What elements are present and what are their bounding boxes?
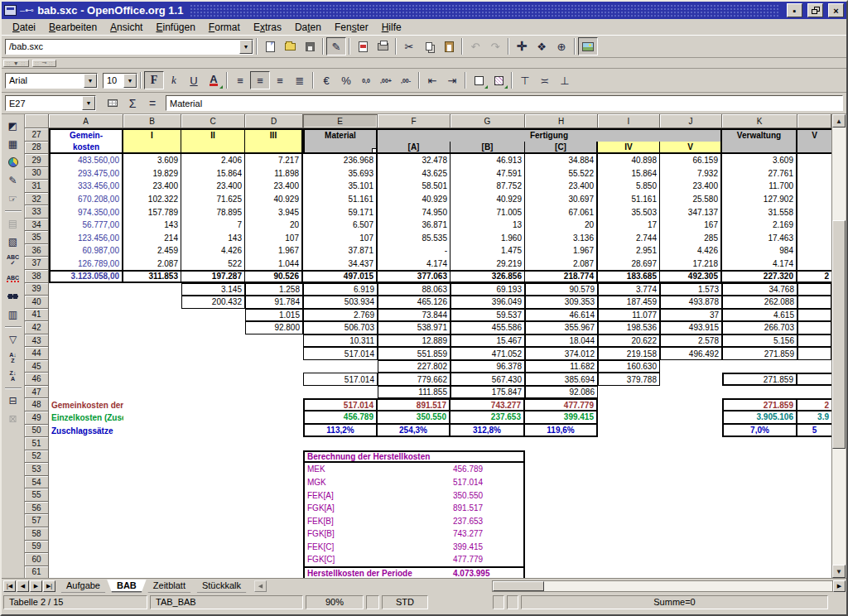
cell-G30[interactable]: 47.591 [450,167,525,180]
cell-J31[interactable]: 23.400 [660,180,722,193]
name-box-dropdown-icon[interactable]: ▼ [82,96,95,110]
align-right-icon[interactable]: ≡ [270,71,290,89]
cell-K30[interactable]: 27.761 [722,167,797,180]
cell-L39[interactable] [797,283,831,296]
insert-sheet-icon[interactable]: ▤ [3,214,23,233]
autospellcheck-icon[interactable]: ABC [3,269,23,287]
undo-icon[interactable]: ↶ [465,37,485,55]
cell-D35[interactable]: 107 [245,231,303,244]
cell-E37[interactable]: 34.437 [303,257,378,270]
cell-H28[interactable]: [C] [525,142,598,155]
cell-E57[interactable]: FEK[B] [303,514,450,527]
cell-K42[interactable]: 266.703 [722,321,797,334]
cell-F39[interactable]: 88.063 [378,283,450,296]
insert-cells-icon[interactable]: ▦ [3,135,23,153]
currency-icon[interactable]: € [316,71,336,89]
cell-G40[interactable]: 396.049 [450,296,525,309]
menu-format[interactable]: Format [202,20,247,35]
cell-E38[interactable]: 497.015 [303,270,378,283]
cell-B32[interactable]: 102.322 [123,193,181,206]
cell-G58[interactable]: 743.277 [450,527,525,541]
remove-decimal-icon[interactable]: ,00- [396,71,416,89]
cell-K50[interactable]: 7,0% [722,425,797,438]
bold-icon[interactable]: F [144,71,164,89]
cell-I42[interactable]: 198.536 [598,321,660,334]
cell-G36[interactable]: 1.475 [450,244,525,257]
cell-C34[interactable]: 7 [181,219,245,232]
cell-G38[interactable]: 326.856 [450,270,525,283]
cell-J40[interactable]: 493.878 [660,296,722,309]
cell-A49[interactable]: Einzelkosten (Zuschlagsbasis) [49,411,123,425]
cell-E53[interactable]: MEK [303,463,450,476]
horizontal-scroll-thumb[interactable] [493,581,544,591]
row-header-36[interactable]: 36 [25,244,49,257]
cell-E60[interactable]: FGK[C] [303,553,450,566]
cell-C31[interactable]: 23.400 [181,180,245,193]
cell-K48[interactable]: 271.859 [722,398,797,411]
align-left-icon[interactable]: ≡ [230,71,250,89]
cell-F33[interactable]: 74.950 [378,205,450,219]
cell-reference[interactable]: E27 [6,99,82,108]
navigator-icon[interactable]: ✛ [512,37,532,55]
cell-F50[interactable]: 254,3% [378,425,450,438]
background-color-icon[interactable] [489,71,508,89]
font-size-dropdown-icon[interactable]: ▼ [123,74,137,88]
menu-einfügen[interactable]: Einfügen [149,20,201,35]
cell-A50[interactable]: Zuschlagssätze [49,425,123,438]
previous-sheet-icon[interactable]: ◀ [17,580,29,592]
data-sources-icon[interactable]: ▥ [3,306,23,324]
cell-G59[interactable]: 399.415 [450,541,525,554]
cell-H41[interactable]: 46.614 [525,309,598,322]
cell-I45[interactable]: 160.630 [598,360,660,373]
standard-format-icon[interactable]: 0,0 [356,71,376,89]
title-bar[interactable]: ‒⊷ bab.sxc - OpenOffice.org 1.1 ▪ × [2,2,846,19]
menu-daten[interactable]: Daten [288,20,328,35]
horizontal-scrollbar[interactable]: ▶ [492,580,846,593]
insert-object-icon[interactable] [3,153,23,171]
cell-D36[interactable]: 1.967 [245,244,303,257]
cell-A48[interactable]: Gemeinkosten der Hauptkostenstellen [49,398,123,411]
cell-H47[interactable]: 92.086 [525,386,598,399]
sheet-tab-stückkalk[interactable]: Stückkalk [192,580,251,593]
next-sheet-icon[interactable]: ▶ [30,580,42,592]
cell-L49[interactable]: 3.9 [797,411,831,425]
cell-K34[interactable]: 2.169 [722,219,797,232]
zoom-field[interactable]: 90% [306,595,364,609]
cell-D31[interactable]: 23.400 [245,180,303,193]
row-header-49[interactable]: 49 [25,411,49,425]
cell-G60[interactable]: 477.779 [450,553,525,566]
cell-D37[interactable]: 1.044 [245,257,303,270]
cell-H31[interactable]: 23.400 [525,180,598,193]
page-style-field[interactable]: TAB_BAB [150,595,303,609]
cell-I32[interactable]: 51.161 [598,193,660,206]
cell-F31[interactable]: 58.501 [378,180,450,193]
cell-H43[interactable]: 18.044 [525,334,598,348]
cell-G49[interactable]: 237.653 [450,411,525,425]
row-header-56[interactable]: 56 [25,502,49,515]
insert-icon[interactable]: ◩ [3,117,23,135]
cell-A32[interactable]: 670.208,00 [49,193,123,206]
url-value[interactable]: /bab.sxc [6,41,239,51]
cell-F40[interactable]: 465.126 [378,296,450,309]
cell-G56[interactable]: 891.517 [450,502,525,515]
cell-L32[interactable] [797,193,831,206]
cell-J30[interactable]: 7.932 [660,167,722,180]
cell-C39[interactable]: 3.145 [181,283,245,296]
cell-I28[interactable]: IV [598,142,660,155]
cell-B28[interactable] [123,142,181,155]
cell-G45[interactable]: 96.378 [450,360,525,373]
sheet-tab-aufgabe[interactable]: Aufgabe [56,580,110,593]
cell-I36[interactable]: 2.951 [598,244,660,257]
cell-L34[interactable] [797,219,831,232]
cell-K39[interactable]: 34.768 [722,283,797,296]
cell-D39[interactable]: 1.258 [245,283,303,296]
cell-H40[interactable]: 309.353 [525,296,598,309]
cell-E31[interactable]: 35.101 [303,180,378,193]
cell-E34[interactable]: 6.507 [303,219,378,232]
col-header-G[interactable]: G [450,114,525,128]
cell-B33[interactable]: 157.789 [123,205,181,219]
menu-bearbeiten[interactable]: Bearbeiten [42,20,104,35]
row-header-52[interactable]: 52 [25,450,49,464]
first-sheet-icon[interactable]: |◀ [3,580,16,592]
row-header-38[interactable]: 38 [25,270,49,283]
